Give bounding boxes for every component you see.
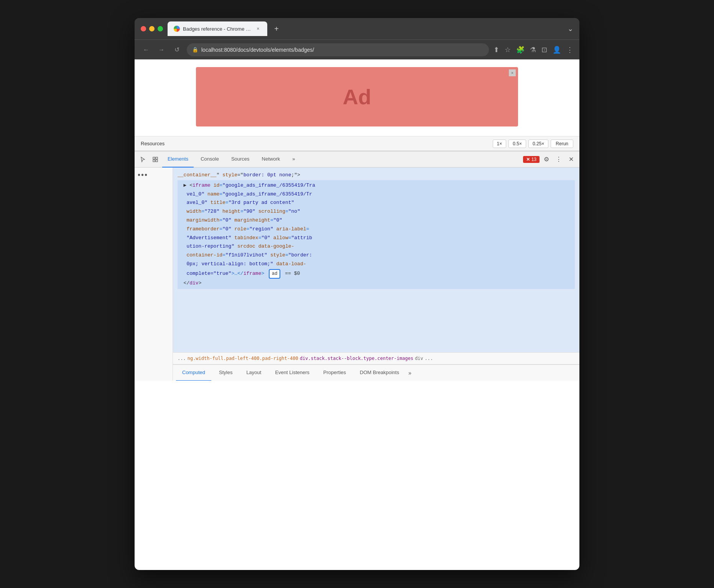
devtools-tabs-right: ✕ 13 ⚙ ⋮ ✕ <box>523 154 576 165</box>
more-menu-icon[interactable]: ⋮ <box>566 46 573 54</box>
tab-dom-breakpoints[interactable]: DOM Breakpoints <box>354 365 405 381</box>
extension-icon[interactable]: 🧩 <box>516 46 525 54</box>
breadcrumb-bar: ... ng.width-full.pad-left-400.pad-right… <box>173 352 579 365</box>
tab-close-button[interactable]: × <box>255 26 261 32</box>
tab-styles[interactable]: Styles <box>213 365 239 381</box>
error-count: 13 <box>531 157 536 162</box>
window-dropdown-button[interactable]: ⌄ <box>568 25 573 33</box>
new-tab-button[interactable]: + <box>270 23 283 35</box>
zoom-0.5x-button[interactable]: 0.5× <box>508 140 526 148</box>
ad-container: Ad × <box>135 59 579 136</box>
bottom-tabs-more-icon[interactable]: » <box>408 370 411 376</box>
back-button[interactable]: ← <box>141 44 151 55</box>
selected-html-block: ▶ <iframe id="google_ads_iframe_/6355419… <box>178 180 575 289</box>
tab-more[interactable]: » <box>287 151 300 168</box>
breadcrumb-left-dots[interactable]: ... <box>178 356 186 361</box>
breadcrumb-item-2[interactable]: div.stack.stack--block.type.center-image… <box>300 356 413 361</box>
devtools-left-panel: ••• <box>135 168 173 381</box>
tab-layout[interactable]: Layout <box>240 365 267 381</box>
tab-title: Badges reference - Chrome De <box>183 26 252 32</box>
profile-icon[interactable]: 👤 <box>553 46 561 54</box>
reload-button[interactable]: ↺ <box>171 44 182 55</box>
maximize-traffic-light[interactable] <box>158 26 163 31</box>
tab-bar: Badges reference - Chrome De × + <box>168 21 563 36</box>
devtools-main-panel: __container__" style="border: 0pt none;"… <box>173 168 579 381</box>
html-viewer[interactable]: __container__" style="border: 0pt none;"… <box>173 168 579 352</box>
rerun-button[interactable]: Rerun <box>551 140 573 148</box>
breadcrumb-item-1[interactable]: ng.width-full.pad-left-400.pad-right-400 <box>188 356 298 361</box>
page-content: Ad × Resources 1× 0.5× 0.25× Rerun <box>135 59 579 570</box>
url-bar[interactable]: 🔒 localhost:8080/docs/devtools/elements/… <box>187 43 489 56</box>
tab-network[interactable]: Network <box>257 151 286 168</box>
split-view-icon[interactable]: ⊡ <box>541 46 547 54</box>
ad-banner: Ad × <box>196 67 518 126</box>
zoom-group: 1× 0.5× 0.25× Rerun <box>493 140 573 148</box>
inspect-icon[interactable] <box>150 154 161 165</box>
resources-label: Resources <box>141 141 165 146</box>
title-bar: Badges reference - Chrome De × + ⌄ <box>135 18 579 39</box>
lock-icon: 🔒 <box>192 47 198 53</box>
html-line-0: __container__" style="border: 0pt none;"… <box>178 171 575 179</box>
dots-menu[interactable]: ••• <box>138 171 169 179</box>
browser-window: Badges reference - Chrome De × + ⌄ ← → ↺… <box>135 18 579 570</box>
bottom-tabs: Computed Styles Layout Event Listeners P <box>173 365 579 381</box>
tab-elements[interactable]: Elements <box>162 151 194 168</box>
url-text: localhost:8080/docs/devtools/elements/ba… <box>201 47 484 53</box>
minimize-traffic-light[interactable] <box>149 26 155 31</box>
share-icon[interactable]: ⬆ <box>494 46 499 54</box>
more-devtools-icon[interactable]: ⋮ <box>553 154 564 165</box>
bookmark-icon[interactable]: ☆ <box>505 46 511 54</box>
svg-rect-3 <box>156 160 158 162</box>
traffic-lights <box>141 26 163 31</box>
svg-rect-0 <box>153 157 155 159</box>
tab-computed[interactable]: Computed <box>176 365 211 381</box>
resources-bar: Resources 1× 0.5× 0.25× Rerun <box>135 136 579 151</box>
tab-console[interactable]: Console <box>195 151 224 168</box>
zoom-1x-button[interactable]: 1× <box>493 140 507 148</box>
forward-button[interactable]: → <box>156 44 167 55</box>
close-devtools-icon[interactable]: ✕ <box>566 154 576 165</box>
svg-rect-1 <box>156 157 158 159</box>
active-tab[interactable]: Badges reference - Chrome De × <box>168 21 267 36</box>
flask-icon[interactable]: ⚗ <box>530 46 536 54</box>
settings-icon[interactable]: ⚙ <box>541 154 552 165</box>
toolbar-icons: ⬆ ☆ 🧩 ⚗ ⊡ 👤 ⋮ <box>494 46 573 54</box>
tab-event-listeners[interactable]: Event Listeners <box>269 365 316 381</box>
tab-properties[interactable]: Properties <box>317 365 352 381</box>
error-badge[interactable]: ✕ 13 <box>523 156 540 163</box>
devtools-tab-bar: Elements Console Sources Network » ✕ <box>135 151 579 168</box>
devtools-body: ••• __container__" style="border: 0pt no… <box>135 168 579 381</box>
address-bar: ← → ↺ 🔒 localhost:8080/docs/devtools/ele… <box>135 39 579 59</box>
chrome-favicon <box>174 26 180 32</box>
cursor-icon[interactable] <box>138 154 148 165</box>
breadcrumb-right-dots[interactable]: ... <box>425 356 433 361</box>
devtools-panel: Elements Console Sources Network » ✕ <box>135 151 579 381</box>
tab-sources[interactable]: Sources <box>226 151 255 168</box>
ad-badge: ad <box>269 269 280 279</box>
ad-close-button[interactable]: × <box>509 69 516 76</box>
ad-label: Ad <box>343 84 372 109</box>
svg-rect-2 <box>153 160 155 162</box>
close-traffic-light[interactable] <box>141 26 146 31</box>
zoom-0.25x-button[interactable]: 0.25× <box>528 140 548 148</box>
breadcrumb-item-3[interactable]: div <box>415 356 423 361</box>
